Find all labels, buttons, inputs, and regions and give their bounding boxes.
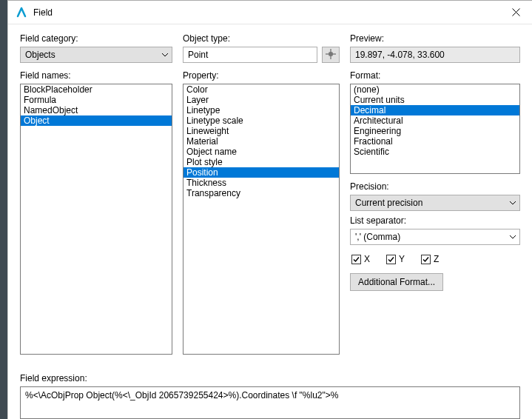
list-item[interactable]: Transparency (183, 188, 339, 198)
chevron-down-icon (509, 201, 516, 205)
y-label: Y (399, 254, 405, 264)
precision-label: Precision: (350, 181, 520, 192)
field-category-combo[interactable]: Objects (20, 47, 172, 63)
app-icon (16, 7, 27, 19)
field-category-value: Objects (25, 50, 55, 60)
field-names-label: Field names: (20, 70, 172, 81)
object-type-label: Object type: (183, 33, 340, 44)
list-item[interactable]: Linetype (183, 105, 339, 115)
format-list[interactable]: (none)Current unitsDecimalArchitecturalE… (350, 84, 520, 174)
window-title: Field (33, 7, 53, 18)
preview-label: Preview: (350, 33, 520, 44)
list-item[interactable]: Scientific (351, 147, 519, 157)
precision-value: Current precision (355, 198, 422, 208)
list-item[interactable]: Fractional (351, 136, 519, 147)
precision-combo[interactable]: Current precision (350, 195, 520, 211)
list-item[interactable]: Layer (183, 95, 339, 105)
titlebar: Field (8, 1, 532, 24)
list-item[interactable]: Architectural (351, 115, 519, 126)
field-expression-label: Field expression: (20, 373, 520, 383)
field-names-list[interactable]: BlockPlaceholderFormulaNamedObjectObject (20, 84, 172, 355)
format-label: Format: (350, 70, 520, 81)
checkmark-icon (421, 255, 431, 264)
list-item[interactable]: Lineweight (183, 126, 339, 136)
additional-format-label: Additional Format... (358, 277, 435, 287)
y-checkbox[interactable]: Y (386, 254, 405, 264)
preview-value: 19.897, -4.078, 33.600 (355, 50, 445, 60)
list-item[interactable]: Formula (21, 95, 172, 105)
chevron-down-icon (509, 235, 516, 239)
x-label: X (364, 254, 370, 264)
list-item[interactable]: Material (183, 136, 339, 147)
list-item[interactable]: Decimal (351, 105, 519, 115)
property-list[interactable]: ColorLayerLinetypeLinetype scaleLineweig… (183, 84, 340, 355)
close-button[interactable] (499, 1, 532, 24)
list-item[interactable]: Color (183, 84, 339, 95)
list-item[interactable]: Object name (183, 147, 339, 157)
list-item[interactable]: BlockPlaceholder (21, 84, 172, 95)
list-item[interactable]: Object (21, 115, 172, 126)
additional-format-button[interactable]: Additional Format... (350, 273, 443, 291)
list-item[interactable]: NamedObject (21, 105, 172, 115)
crosshair-icon (326, 49, 336, 61)
list-item[interactable]: Current units (351, 95, 519, 105)
checkmark-icon (351, 255, 361, 264)
list-item[interactable]: Plot style (183, 157, 339, 167)
list-separator-combo[interactable]: ',' (Comma) (350, 229, 520, 245)
list-separator-label: List separator: (350, 215, 520, 226)
preview-box: 19.897, -4.078, 33.600 (350, 47, 520, 63)
checkmark-icon (386, 255, 396, 264)
list-separator-value: ',' (Comma) (355, 232, 400, 242)
z-label: Z (434, 254, 439, 264)
pick-object-button[interactable] (322, 47, 340, 63)
x-checkbox[interactable]: X (351, 254, 370, 264)
list-item[interactable]: Engineering (351, 126, 519, 136)
field-expression-value: %<\AcObjProp Object(%<\_ObjId 2065739255… (25, 390, 338, 400)
chevron-down-icon (161, 53, 169, 57)
list-item[interactable]: Linetype scale (183, 115, 339, 126)
field-expression-box: %<\AcObjProp Object(%<\_ObjId 2065739255… (20, 386, 520, 419)
list-item[interactable]: Thickness (183, 178, 339, 188)
list-item[interactable]: Position (183, 167, 339, 178)
field-category-label: Field category: (20, 33, 172, 44)
object-type-value: Point (188, 50, 208, 60)
list-item[interactable]: (none) (351, 84, 519, 95)
object-type-combo[interactable]: Point (183, 47, 317, 63)
z-checkbox[interactable]: Z (421, 254, 439, 264)
property-label: Property: (183, 70, 340, 81)
